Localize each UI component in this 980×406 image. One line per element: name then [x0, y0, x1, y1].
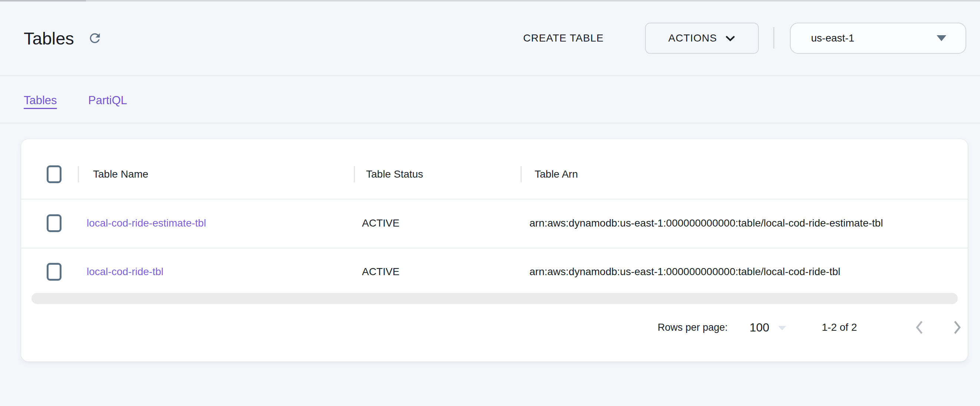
header-divider: [773, 27, 774, 49]
rows-per-page-label: Rows per page:: [658, 322, 728, 333]
previous-page-button[interactable]: [915, 319, 924, 336]
tables-card: Table Name Table Status Table Arn local-…: [21, 139, 968, 361]
actions-button[interactable]: ACTIONS: [645, 22, 759, 54]
header-bottom-rule: [0, 75, 980, 76]
table-status-cell: ACTIVE: [362, 266, 399, 278]
page-title: Tables: [24, 28, 74, 49]
table-arn-cell: arn:aws:dynamodb:us-east-1:000000000000:…: [530, 217, 883, 229]
row-checkbox[interactable]: [47, 214, 62, 232]
column-separator: [354, 166, 355, 182]
column-separator: [78, 166, 79, 182]
chevron-right-icon: [953, 319, 962, 336]
refresh-button[interactable]: [88, 31, 102, 46]
column-header-table-arn[interactable]: Table Arn: [535, 168, 578, 180]
horizontal-scrollbar[interactable]: [32, 293, 958, 304]
row-checkbox[interactable]: [47, 263, 62, 281]
top-scrollbar-thumb[interactable]: [0, 0, 86, 2]
select-all-checkbox[interactable]: [47, 165, 62, 183]
column-separator: [520, 166, 522, 182]
column-header-table-name[interactable]: Table Name: [93, 168, 148, 180]
region-select[interactable]: us-east-1: [790, 22, 966, 54]
pagination-range: 1-2 of 2: [822, 321, 857, 333]
next-page-button[interactable]: [953, 319, 962, 336]
column-header-table-status[interactable]: Table Status: [366, 168, 423, 180]
tabbar-bottom-rule: [0, 123, 980, 123]
region-select-value: us-east-1: [811, 32, 854, 44]
rows-per-page-arrow-icon[interactable]: [778, 326, 786, 330]
chevron-left-icon: [915, 319, 924, 336]
refresh-icon: [88, 31, 102, 46]
rows-per-page-select[interactable]: 100: [749, 321, 769, 334]
create-table-button[interactable]: CREATE TABLE: [523, 32, 604, 44]
row-divider: [21, 248, 968, 248]
table-name-link[interactable]: local-cod-ride-estimate-tbl: [87, 217, 206, 229]
actions-button-label: ACTIONS: [668, 32, 717, 44]
tab-tables[interactable]: Tables: [24, 94, 57, 107]
table-status-cell: ACTIVE: [362, 217, 399, 229]
row-divider: [21, 199, 968, 200]
table-arn-cell: arn:aws:dynamodb:us-east-1:000000000000:…: [530, 266, 840, 278]
table-name-link[interactable]: local-cod-ride-tbl: [87, 266, 163, 278]
top-scrollbar-track: [0, 0, 980, 2]
tab-partiql[interactable]: PartiQL: [88, 94, 127, 107]
dropdown-arrow-icon: [937, 35, 946, 41]
chevron-down-icon: [725, 35, 735, 42]
